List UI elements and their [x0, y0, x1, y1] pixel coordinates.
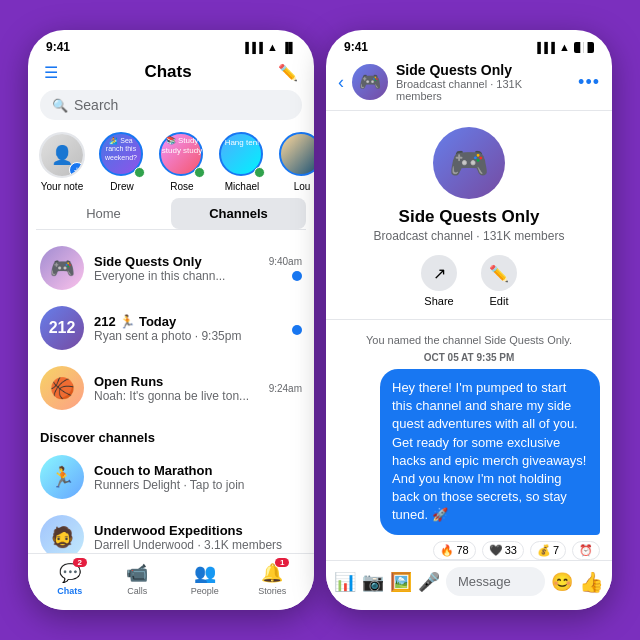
channel-header-info: 🎮 Side Quests Only Broadcast channel · 1… — [352, 62, 570, 102]
chat-item-side-quests[interactable]: 🎮 Side Quests Only Everyone in this chan… — [28, 238, 314, 298]
reaction-heart[interactable]: 🖤 33 — [482, 541, 524, 560]
stories-icon: 🔔 1 — [261, 562, 283, 584]
edit-icon: ✏️ — [481, 255, 517, 291]
compose-icon[interactable]: ✏️ — [278, 63, 298, 82]
lou-label: Lou — [294, 181, 311, 192]
message-input-row: 📊 📷 🖼️ 🎤 Message 😊 👍 — [326, 560, 612, 610]
calls-label: Calls — [127, 586, 147, 596]
right-header: ‹ 🎮 Side Quests Only Broadcast channel ·… — [326, 58, 612, 111]
channel-header-sub: Broadcast channel · 131K members — [396, 78, 570, 102]
nav-chats[interactable]: 💬 2 Chats — [48, 562, 92, 596]
chat-avatar-side-quests: 🎮 — [40, 246, 84, 290]
unread-dot-side-quests — [292, 271, 302, 281]
your-note-label: Your note — [41, 181, 83, 192]
story-your-note[interactable]: 👤 + Your note — [36, 132, 88, 192]
plus-badge: + — [69, 162, 85, 178]
message-placeholder: Message — [458, 574, 511, 589]
chat-info-open-runs: Open Runs Noah: It's gonna be live ton..… — [94, 374, 259, 403]
channel-sub: Broadcast channel · 131K members — [374, 229, 565, 243]
emoji-icon[interactable]: 😊 — [551, 571, 573, 593]
status-bar-left: 9:41 ▐▐▐ ▲ ▐▌ — [28, 30, 314, 58]
nav-stories[interactable]: 🔔 1 Stories — [250, 562, 294, 596]
status-icons-left: ▐▐▐ ▲ ▐▌ — [242, 41, 296, 53]
reaction-fire[interactable]: 🔥 78 — [433, 541, 475, 560]
channel-header-avatar: 🎮 — [352, 64, 388, 100]
chat-name-couch: Couch to Marathon — [94, 463, 302, 478]
chat-name-side-quests: Side Quests Only — [94, 254, 259, 269]
message-bubble: Hey there! I'm pumped to start this chan… — [380, 369, 600, 535]
battery-icon-right: ▐▌ — [574, 42, 594, 53]
chat-avatar-couch: 🏃 — [40, 455, 84, 499]
signal-icon-right: ▐▐▐ — [534, 42, 555, 53]
online-dot-rose — [194, 167, 205, 178]
channel-big-avatar: 🎮 — [433, 127, 505, 199]
time-right: 9:41 — [344, 40, 368, 54]
chats-badge: 2 — [73, 558, 87, 567]
chats-label: Chats — [57, 586, 82, 596]
channel-actions: ↗ Share ✏️ Edit — [421, 255, 517, 307]
chat-name-underwood: Underwood Expeditions — [94, 523, 302, 538]
camera-icon[interactable]: 📷 — [362, 571, 384, 593]
date-label: OCT 05 AT 9:35 PM — [338, 352, 600, 363]
chat-info-underwood: Underwood Expeditions Darrell Underwood … — [94, 523, 302, 552]
chat-meta-open-runs: 9:24am — [269, 383, 302, 394]
system-message: You named the channel Side Quests Only. — [338, 334, 600, 346]
tabs-row: Home Channels — [36, 198, 306, 230]
mic-icon[interactable]: 🎤 — [418, 571, 440, 593]
story-lou[interactable]: Lou — [276, 132, 314, 192]
story-michael[interactable]: Hang ten! Michael — [216, 132, 268, 192]
chat-item-212[interactable]: 212 212 🏃 Today Ryan sent a photo · 9:35… — [28, 298, 314, 358]
chat-item-open-runs[interactable]: 🏀 Open Runs Noah: It's gonna be live ton… — [28, 358, 314, 418]
message-input[interactable]: Message — [446, 567, 545, 596]
edit-button[interactable]: ✏️ Edit — [481, 255, 517, 307]
more-icon[interactable]: ••• — [578, 72, 600, 93]
story-drew[interactable]: 🏄 Sea ranch this weekend? Drew — [96, 132, 148, 192]
left-phone: 9:41 ▐▐▐ ▲ ▐▌ ☰ Chats ✏️ 🔍 Search — [28, 30, 314, 610]
search-icon: 🔍 — [52, 98, 68, 113]
chat-list: 🎮 Side Quests Only Everyone in this chan… — [28, 234, 314, 422]
share-icon: ↗ — [421, 255, 457, 291]
chat-meta-side-quests: 9:40am — [269, 256, 302, 281]
stories-badge: 1 — [275, 558, 289, 567]
status-bar-right: 9:41 ▐▐▐ ▲ ▐▌ — [326, 30, 612, 58]
nav-calls[interactable]: 📹 Calls — [115, 562, 159, 596]
bottom-nav-left: 💬 2 Chats 📹 Calls 👥 People 🔔 1 — [28, 553, 314, 610]
stories-row: 👤 + Your note 🏄 Sea ranch this weekend? … — [28, 128, 314, 198]
chat-avatar-212: 212 — [40, 306, 84, 350]
page-title: Chats — [144, 62, 191, 82]
chat-name-open-runs: Open Runs — [94, 374, 259, 389]
people-icon: 👥 — [194, 562, 216, 584]
search-bar[interactable]: 🔍 Search — [40, 90, 302, 120]
tab-home[interactable]: Home — [36, 198, 171, 229]
time-left: 9:41 — [46, 40, 70, 54]
reactions-row: 🔥 78 🖤 33 💰 7 ⏰ — [338, 541, 600, 560]
signal-icon: ▐▐▐ — [242, 42, 263, 53]
share-label: Share — [424, 295, 453, 307]
calls-icon: 📹 — [126, 562, 148, 584]
stories-label: Stories — [258, 586, 286, 596]
share-button[interactable]: ↗ Share — [421, 255, 457, 307]
wifi-icon-right: ▲ — [559, 41, 570, 53]
image-icon[interactable]: 🖼️ — [390, 571, 412, 593]
thumbs-up-icon[interactable]: 👍 — [579, 570, 604, 594]
edit-label: Edit — [490, 295, 509, 307]
menu-icon[interactable]: ☰ — [44, 63, 58, 82]
reaction-clock[interactable]: ⏰ — [572, 541, 600, 560]
chat-time-open-runs: 9:24am — [269, 383, 302, 394]
nav-people[interactable]: 👥 People — [183, 562, 227, 596]
chart-icon[interactable]: 📊 — [334, 571, 356, 593]
drew-label: Drew — [110, 181, 133, 192]
battery-icon: ▐▌ — [282, 42, 296, 53]
tab-channels[interactable]: Channels — [171, 198, 306, 229]
chat-item-couch[interactable]: 🏃 Couch to Marathon Runners Delight · Ta… — [28, 447, 314, 507]
status-icons-right: ▐▐▐ ▲ ▐▌ — [534, 41, 594, 53]
message-bubble-wrapper: Hey there! I'm pumped to start this chan… — [338, 369, 600, 535]
back-icon[interactable]: ‹ — [338, 72, 344, 93]
chat-preview-side-quests: Everyone in this chann... — [94, 269, 259, 283]
online-dot-michael — [254, 167, 265, 178]
channel-header-text: Side Quests Only Broadcast channel · 131… — [396, 62, 570, 102]
story-rose[interactable]: 📚 Study study study Rose — [156, 132, 208, 192]
reaction-money[interactable]: 💰 7 — [530, 541, 566, 560]
rose-label: Rose — [170, 181, 193, 192]
channel-profile: 🎮 Side Quests Only Broadcast channel · 1… — [326, 111, 612, 320]
